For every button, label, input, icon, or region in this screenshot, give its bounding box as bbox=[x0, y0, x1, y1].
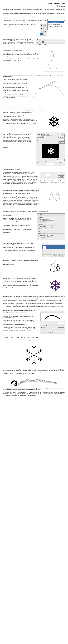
svg-point-0 bbox=[47, 51, 48, 51]
step9-p2: In the same section as your Layers Palet… bbox=[2, 172, 36, 174]
step10-p3: For this tutorial, because I don't need … bbox=[2, 210, 66, 212]
cr-preview-dropdown[interactable]: None bbox=[46, 163, 54, 165]
flyout-delete-anchor[interactable]: ✒-Delete Anchor Point Tool bbox=[48, 26, 64, 28]
fp-aa-checkbox[interactable] bbox=[39, 237, 40, 238]
options-bar[interactable]: ✎ ▣ ▭ ▦ ▾ bbox=[36, 41, 66, 44]
tool-wand-icon[interactable]: ✦ bbox=[44, 27, 46, 30]
eyedropper-icon[interactable]: ✎ bbox=[57, 159, 59, 161]
step11: 11. That's still just a path, though, ri… bbox=[2, 214, 33, 216]
pen-tool-flyout[interactable]: ✒Pen ToolP ✎Freeform Pen ToolP ✒+Add Anc… bbox=[48, 19, 64, 30]
step2b-p2: Think of a path as a blueprint for where… bbox=[2, 52, 39, 57]
fp-opacity-field[interactable]: 100 bbox=[43, 228, 47, 230]
work-path-item[interactable]: ❄ Work Path bbox=[42, 245, 65, 249]
step15-p6: This works GREAT for hair. In the way, I… bbox=[2, 368, 66, 374]
paths-palette[interactable]: Paths ❄ Work Path ○ ◐ ◯ ▢ ◇ 🗑 bbox=[42, 243, 66, 257]
tool-move-icon[interactable]: ✥ bbox=[40, 24, 43, 27]
fp-mode-dropdown[interactable]: Normal bbox=[42, 226, 53, 228]
cr-cancel-button[interactable]: Cancel bbox=[59, 136, 65, 138]
menu-select[interactable]: Se bbox=[51, 39, 52, 40]
closing-p2: The less points along a path, the smooth… bbox=[2, 392, 66, 396]
brush-preset[interactable]: ● bbox=[45, 331, 49, 334]
flyout-add-anchor[interactable]: ✒+Add Anchor Point Tool bbox=[48, 23, 64, 26]
cr-select-dropdown[interactable]: Sampled Colors bbox=[41, 134, 52, 136]
cr-image-radio[interactable] bbox=[45, 161, 46, 162]
shape-layers-button[interactable]: ▣ bbox=[39, 41, 41, 43]
tool-slice-icon[interactable]: ▤ bbox=[44, 30, 46, 33]
fill-pixels-button[interactable]: ▦ bbox=[45, 41, 48, 43]
delete-path-icon[interactable]: 🗑 bbox=[63, 255, 65, 257]
fp-pattern-label: Custom Pattern: bbox=[39, 221, 46, 222]
eyedropper-plus-icon[interactable]: ✎+ bbox=[59, 159, 62, 161]
cr-load-button[interactable]: Load... bbox=[59, 139, 65, 141]
eyedropper-minus-icon[interactable]: ✎- bbox=[62, 159, 65, 161]
mwp-ok-button[interactable]: OK bbox=[58, 173, 64, 175]
svg-rect-8 bbox=[39, 88, 40, 89]
menu-layer[interactable]: Layer bbox=[47, 39, 49, 40]
work-path-thumb: ❄ bbox=[43, 246, 46, 249]
brush-hardness-field[interactable] bbox=[58, 327, 64, 328]
menu-image[interactable]: Image bbox=[43, 39, 45, 40]
paths-tab[interactable]: Paths bbox=[42, 243, 65, 245]
intro-p1: Paths are one of the things that just we… bbox=[2, 9, 66, 12]
paths-button[interactable]: ▭ bbox=[42, 41, 44, 43]
make-work-path-dialog[interactable]: Tolerance: 1.0 pixels OK Cancel bbox=[40, 172, 66, 179]
toolbox[interactable]: ✥▭ ◐✦ ▨▤ ✒T bbox=[40, 24, 47, 36]
cr-ok-button[interactable]: OK bbox=[60, 134, 65, 136]
path-to-selection-icon[interactable]: ◯ bbox=[56, 255, 58, 257]
mwp-tolerance-field[interactable]: 1.0 bbox=[46, 174, 50, 176]
cr-invert-checkbox[interactable] bbox=[60, 161, 61, 162]
mwp-cancel-button[interactable]: Cancel bbox=[58, 176, 64, 178]
menu-edit[interactable]: Edit bbox=[40, 39, 41, 40]
fp-use-dropdown[interactable]: Foreground Color bbox=[42, 218, 54, 220]
step5-p3: Two little lines represent the angle tha… bbox=[2, 87, 28, 93]
cr-selection-radio[interactable] bbox=[37, 161, 38, 162]
tool-pen-icon[interactable]: ✒ bbox=[40, 33, 43, 36]
curve-handles-figure bbox=[32, 78, 66, 104]
closing-p3: As always, if you have any questions abo… bbox=[2, 397, 66, 399]
panel-menu-icon[interactable]: ▸≡ bbox=[63, 310, 65, 312]
flyout-pen[interactable]: ✒Pen ToolP bbox=[48, 19, 64, 21]
strokepath-note: You can check simulate pen pressure (or … bbox=[2, 337, 66, 338]
fill-path-dialog[interactable]: Fill Path Contents Use: Foreground Color… bbox=[37, 214, 66, 240]
fp-preserve-checkbox[interactable] bbox=[39, 230, 40, 232]
tool-crop-icon[interactable]: ▨ bbox=[40, 30, 43, 33]
step5: 5. Zoom in close to a part of the path w… bbox=[2, 78, 28, 82]
brush-hardness-slider[interactable] bbox=[41, 329, 64, 330]
brush-preset[interactable]: ✷ bbox=[57, 331, 61, 334]
brush-size-slider[interactable] bbox=[41, 325, 64, 326]
menu-file[interactable]: File bbox=[37, 39, 38, 40]
flyout-convert-point[interactable]: ▷Convert Point Tool bbox=[48, 28, 64, 30]
doc-subtitle: by Stephanie Shimerdla obsidiandawn.com bbox=[2, 4, 66, 7]
svg-line-11 bbox=[32, 346, 34, 348]
mwp-unit: pixels bbox=[50, 174, 53, 176]
flyout-freeform-pen[interactable]: ✎Freeform Pen ToolP bbox=[48, 21, 64, 23]
stroke-path-icon[interactable]: ◐ bbox=[54, 255, 56, 257]
brush-size-field[interactable]: 40 px bbox=[58, 322, 64, 324]
svg-line-13 bbox=[32, 349, 34, 350]
fill-path-icon[interactable]: ○ bbox=[51, 255, 53, 257]
brush-panel-title: Brush bbox=[41, 310, 43, 312]
step11-p4: Choose black for your foreground color. … bbox=[2, 227, 33, 233]
tool-type-icon[interactable]: T bbox=[44, 33, 46, 36]
new-path-icon[interactable]: ◇ bbox=[61, 255, 63, 257]
menu-bar[interactable]: File Edit Image Layer Se bbox=[36, 39, 66, 41]
cr-fuzziness-label: Fuzziness: bbox=[37, 136, 42, 138]
brush-panel[interactable]: Brush▸≡ Size:40 px Hardness: • ● ◉ ✦ ✷ ❋ bbox=[40, 310, 66, 334]
cr-preview: ❄ bbox=[42, 144, 59, 158]
tool-marquee-icon[interactable]: ▭ bbox=[44, 24, 46, 27]
step10-p2: That's your path! Now, you may notice th… bbox=[2, 195, 40, 207]
cr-save-button[interactable]: Save... bbox=[59, 142, 65, 144]
snowflake-stroke-outline: ❄ bbox=[45, 260, 66, 275]
brush-preset[interactable]: • bbox=[41, 331, 45, 334]
fp-feather-field[interactable]: 0 bbox=[47, 235, 50, 236]
cr-fuzziness-field[interactable]: 1 bbox=[42, 136, 46, 138]
snowflake-path-outline: ❄ bbox=[44, 188, 66, 205]
selection-to-path-icon[interactable]: ▢ bbox=[58, 255, 60, 257]
color-range-dialog[interactable]: Select: Sampled Colors OK Fuzziness: 1 C… bbox=[36, 132, 66, 166]
tool-lasso-icon[interactable]: ◐ bbox=[40, 27, 43, 30]
cr-fuzziness-slider[interactable] bbox=[37, 140, 47, 140]
brush-preset[interactable]: ❋ bbox=[61, 331, 64, 334]
brush-preset-selected[interactable]: ◉ bbox=[49, 331, 53, 334]
brush-preset[interactable]: ✦ bbox=[53, 331, 57, 334]
svg-point-2 bbox=[51, 60, 51, 61]
